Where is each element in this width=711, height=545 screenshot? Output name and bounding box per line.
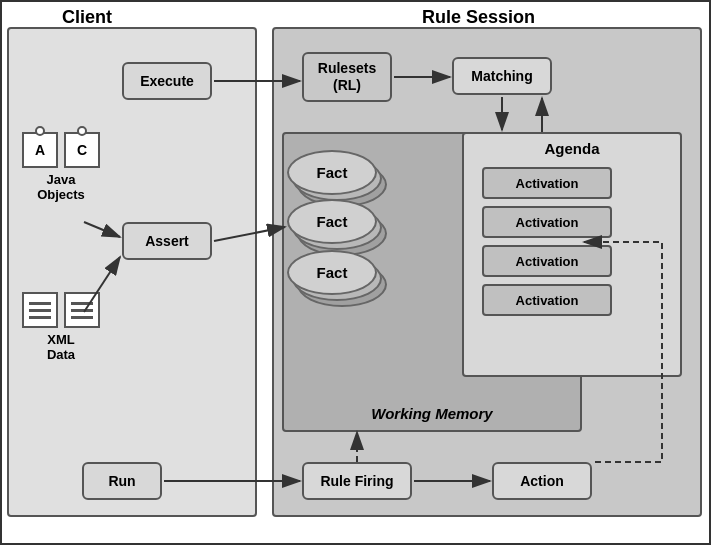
run-button[interactable]: Run xyxy=(82,462,162,500)
fact-label-3: Fact xyxy=(287,250,377,295)
fact-label-2: Fact xyxy=(287,199,377,244)
client-title: Client xyxy=(62,7,112,28)
java-objects-label: JavaObjects xyxy=(22,172,100,202)
diagram-container: Client Rule Session Working Memory Agend… xyxy=(0,0,711,545)
xml-box-1 xyxy=(22,292,58,328)
activation-box-2: Activation xyxy=(482,206,612,238)
java-box-a: A xyxy=(22,132,58,168)
action-box: Action xyxy=(492,462,592,500)
activation-box-1: Activation xyxy=(482,167,612,199)
xml-data-label: XMLData xyxy=(22,332,100,362)
java-objects: A C JavaObjects xyxy=(22,132,100,202)
matching-box: Matching xyxy=(452,57,552,95)
activation-box-3: Activation xyxy=(482,245,612,277)
execute-button[interactable]: Execute xyxy=(122,62,212,100)
fact-ellipse-3: Fact xyxy=(287,250,397,310)
xml-data: XMLData xyxy=(22,292,100,362)
rule-firing-box: Rule Firing xyxy=(302,462,412,500)
fact-label-1: Fact xyxy=(287,150,377,195)
agenda-label: Agenda xyxy=(544,140,599,157)
rule-session-title: Rule Session xyxy=(422,7,535,28)
working-memory-label: Working Memory xyxy=(371,405,492,422)
client-section xyxy=(7,27,257,517)
rulesets-label: Rulesets(RL) xyxy=(318,60,376,94)
xml-box-2 xyxy=(64,292,100,328)
assert-button[interactable]: Assert xyxy=(122,222,212,260)
java-box-c: C xyxy=(64,132,100,168)
rulesets-box: Rulesets(RL) xyxy=(302,52,392,102)
activation-box-4: Activation xyxy=(482,284,612,316)
